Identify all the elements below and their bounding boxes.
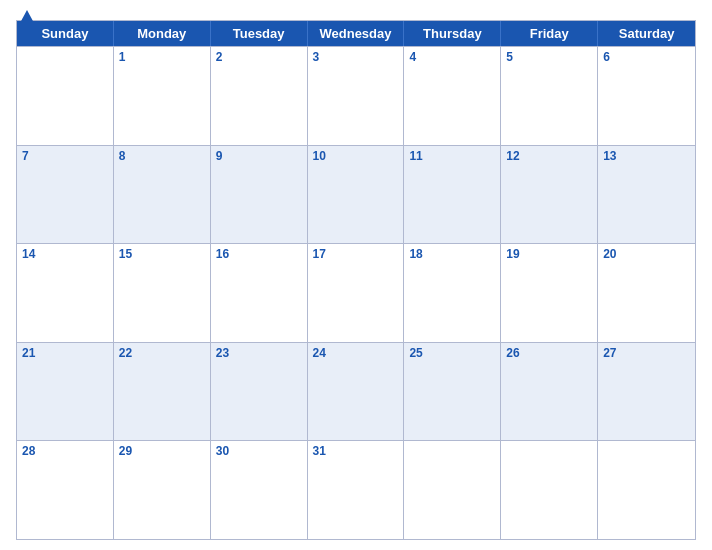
calendar-cell: 14: [17, 244, 114, 342]
calendar-cell: 12: [501, 146, 598, 244]
calendar-cell: 30: [211, 441, 308, 539]
calendar-cell: 10: [308, 146, 405, 244]
calendar-cell: [501, 441, 598, 539]
day-number: 28: [22, 444, 108, 458]
day-number: 1: [119, 50, 205, 64]
calendar-cell: 7: [17, 146, 114, 244]
day-number: 9: [216, 149, 302, 163]
day-number: 13: [603, 149, 690, 163]
calendar-cell: 19: [501, 244, 598, 342]
calendar-body: 1234567891011121314151617181920212223242…: [17, 46, 695, 539]
day-header-monday: Monday: [114, 21, 211, 46]
calendar-cell: 25: [404, 343, 501, 441]
day-number: 16: [216, 247, 302, 261]
day-header-sunday: Sunday: [17, 21, 114, 46]
day-header-friday: Friday: [501, 21, 598, 46]
calendar-grid: SundayMondayTuesdayWednesdayThursdayFrid…: [16, 20, 696, 540]
calendar-cell: 31: [308, 441, 405, 539]
calendar-cell: [598, 441, 695, 539]
calendar-cell: 1: [114, 47, 211, 145]
day-number: 21: [22, 346, 108, 360]
day-header-thursday: Thursday: [404, 21, 501, 46]
calendar-cell: 26: [501, 343, 598, 441]
calendar-week-5: 28293031: [17, 440, 695, 539]
day-number: 25: [409, 346, 495, 360]
calendar-cell: 23: [211, 343, 308, 441]
calendar-cell: 15: [114, 244, 211, 342]
day-number: 4: [409, 50, 495, 64]
day-header-wednesday: Wednesday: [308, 21, 405, 46]
day-number: 6: [603, 50, 690, 64]
day-number: 24: [313, 346, 399, 360]
day-number: 18: [409, 247, 495, 261]
calendar-cell: 17: [308, 244, 405, 342]
day-number: 7: [22, 149, 108, 163]
day-number: 30: [216, 444, 302, 458]
day-number: 8: [119, 149, 205, 163]
day-header-tuesday: Tuesday: [211, 21, 308, 46]
calendar-cell: 18: [404, 244, 501, 342]
calendar-week-2: 78910111213: [17, 145, 695, 244]
calendar-cell: 8: [114, 146, 211, 244]
calendar-week-3: 14151617181920: [17, 243, 695, 342]
day-number: 10: [313, 149, 399, 163]
logo-blue-text: [16, 10, 34, 23]
day-number: 15: [119, 247, 205, 261]
calendar-cell: 20: [598, 244, 695, 342]
day-number: 26: [506, 346, 592, 360]
calendar-cell: 29: [114, 441, 211, 539]
calendar-cell: 13: [598, 146, 695, 244]
calendar-cell: 27: [598, 343, 695, 441]
day-number: 20: [603, 247, 690, 261]
day-number: 29: [119, 444, 205, 458]
day-number: 23: [216, 346, 302, 360]
day-header-saturday: Saturday: [598, 21, 695, 46]
calendar-week-4: 21222324252627: [17, 342, 695, 441]
calendar-cell: 21: [17, 343, 114, 441]
day-number: 5: [506, 50, 592, 64]
day-number: 22: [119, 346, 205, 360]
days-of-week-row: SundayMondayTuesdayWednesdayThursdayFrid…: [17, 21, 695, 46]
day-number: 31: [313, 444, 399, 458]
calendar-cell: 16: [211, 244, 308, 342]
calendar-page: SundayMondayTuesdayWednesdayThursdayFrid…: [0, 0, 712, 550]
calendar-cell: 4: [404, 47, 501, 145]
generalblue-logo: [16, 10, 34, 23]
calendar-cell: 11: [404, 146, 501, 244]
calendar-cell: 2: [211, 47, 308, 145]
calendar-cell: 5: [501, 47, 598, 145]
day-number: 27: [603, 346, 690, 360]
calendar-cell: 22: [114, 343, 211, 441]
calendar-cell: [404, 441, 501, 539]
day-number: 3: [313, 50, 399, 64]
day-number: 2: [216, 50, 302, 64]
calendar-cell: 28: [17, 441, 114, 539]
day-number: 14: [22, 247, 108, 261]
calendar-cell: 24: [308, 343, 405, 441]
day-number: 19: [506, 247, 592, 261]
calendar-cell: 3: [308, 47, 405, 145]
calendar-cell: 9: [211, 146, 308, 244]
calendar-cell: 6: [598, 47, 695, 145]
calendar-cell: [17, 47, 114, 145]
day-number: 11: [409, 149, 495, 163]
day-number: 17: [313, 247, 399, 261]
day-number: 12: [506, 149, 592, 163]
calendar-week-1: 123456: [17, 46, 695, 145]
logo-triangle-icon: [20, 10, 34, 23]
calendar-header: [16, 10, 696, 14]
